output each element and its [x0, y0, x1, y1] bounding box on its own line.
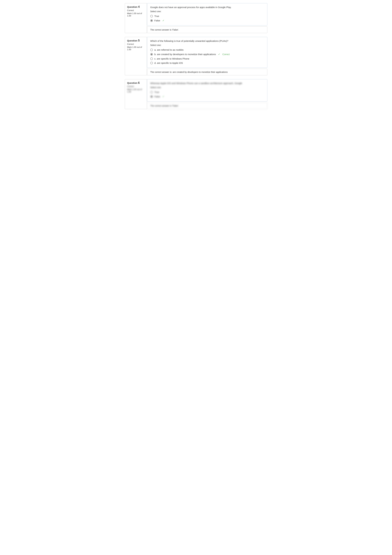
correct-answer-box-q4: The correct answer is 'False'. [147, 26, 267, 33]
radio-q5_d[interactable] [150, 62, 153, 64]
option-label-q4_a: True [155, 15, 159, 17]
question-sidebar-q6: Question 6CorrectMark 1.00 out of1.00 [125, 79, 147, 109]
select-one-label-q6: Select one: [150, 86, 264, 89]
question-title-q6: Question 6 [127, 81, 145, 85]
radio-q6_b[interactable] [150, 95, 153, 98]
radio-q5_b[interactable] [150, 53, 153, 56]
radio-q4_a[interactable] [150, 15, 153, 17]
select-one-label-q4: Select one: [150, 10, 264, 13]
question-text-q5: Which of the following is true of potent… [150, 40, 264, 42]
correct-badge-q5_b: Correct [222, 53, 230, 56]
question-row-q4: Question 4CorrectMark 1.00 out of1.00Goo… [125, 3, 267, 33]
question-title-q4: Question 4 [127, 5, 145, 8]
question-content-q5: Which of the following is true of potent… [147, 37, 267, 68]
question-text-q6: Whereas Apple iOS and Windows Phone use … [150, 82, 264, 85]
question-block-q5: Question 5CorrectMark 1.00 out of1.00Whi… [125, 37, 267, 75]
question-text-q4: Google does not have an approval process… [150, 6, 264, 8]
option-item-q4_a[interactable]: True [150, 14, 264, 18]
question-status-q4: Correct [127, 9, 145, 12]
checkmark-icon-q4_b: ✓ [162, 19, 164, 22]
question-title-q5: Question 5 [127, 39, 145, 42]
option-item-q5_a[interactable]: a. are referred to as rootkits [150, 48, 264, 52]
radio-inner-q6_b [151, 96, 152, 97]
radio-inner-q5_b [151, 54, 152, 55]
option-label-q6_a: True [155, 91, 159, 93]
question-block-q6: Question 6CorrectMark 1.00 out of1.00Whe… [125, 79, 267, 109]
options-list-q5: a. are referred to as rootkitsb. are cre… [150, 48, 264, 65]
radio-q5_c[interactable] [150, 58, 153, 60]
options-list-q4: TrueFalse✓ [150, 14, 264, 23]
option-item-q5_c[interactable]: c. are specific to Windows Phone [150, 57, 264, 61]
question-status-q6: Correct [127, 85, 145, 88]
checkmark-icon-q5_b: ✓ [218, 53, 220, 56]
question-content-wrapper-q4: Google does not have an approval process… [147, 3, 267, 33]
quiz-container: Question 4CorrectMark 1.00 out of1.00Goo… [125, 3, 267, 109]
option-item-q6_b[interactable]: False✓ [150, 94, 264, 99]
radio-q4_b[interactable] [150, 19, 153, 22]
question-content-wrapper-q5: Which of the following is true of potent… [147, 37, 267, 75]
radio-inner-q4_b [151, 20, 152, 21]
question-mark-q6: Mark 1.00 out of1.00 [127, 88, 145, 93]
option-item-q5_d[interactable]: d. are specific to Apple iOS [150, 61, 264, 65]
question-row-q6: Question 6CorrectMark 1.00 out of1.00Whe… [125, 79, 267, 109]
question-content-q6: Whereas Apple iOS and Windows Phone use … [147, 79, 267, 102]
option-label-q5_b: b. are created by developers to monetize… [155, 53, 216, 56]
option-label-q6_b: False [155, 95, 160, 98]
option-label-q5_c: c. are specific to Windows Phone [155, 57, 189, 60]
options-list-q6: TrueFalse✓ [150, 90, 264, 99]
radio-q5_a[interactable] [150, 49, 153, 51]
option-label-q5_d: d. are specific to Apple iOS [155, 62, 183, 64]
select-one-label-q5: Select one: [150, 44, 264, 46]
option-item-q5_b[interactable]: b. are created by developers to monetize… [150, 52, 264, 57]
correct-answer-box-q6: The correct answer is 'False'. [147, 102, 267, 109]
option-label-q5_a: a. are referred to as rootkits [155, 48, 184, 51]
correct-answer-box-q5: The correct answer is: are created by de… [147, 69, 267, 75]
question-content-wrapper-q6: Whereas Apple iOS and Windows Phone use … [147, 79, 267, 109]
question-mark-q5: Mark 1.00 out of1.00 [127, 46, 145, 51]
question-sidebar-q4: Question 4CorrectMark 1.00 out of1.00 [125, 3, 147, 33]
option-item-q4_b[interactable]: False✓ [150, 18, 264, 23]
question-sidebar-q5: Question 5CorrectMark 1.00 out of1.00 [125, 37, 147, 75]
question-content-q4: Google does not have an approval process… [147, 3, 267, 25]
checkmark-icon-q6_b: ✓ [162, 95, 164, 98]
radio-q6_a[interactable] [150, 91, 153, 93]
question-row-q5: Question 5CorrectMark 1.00 out of1.00Whi… [125, 37, 267, 75]
option-item-q6_a[interactable]: True [150, 90, 264, 94]
option-label-q4_b: False [155, 19, 160, 22]
question-status-q5: Correct [127, 43, 145, 45]
question-mark-q4: Mark 1.00 out of1.00 [127, 12, 145, 17]
question-block-q4: Question 4CorrectMark 1.00 out of1.00Goo… [125, 3, 267, 33]
